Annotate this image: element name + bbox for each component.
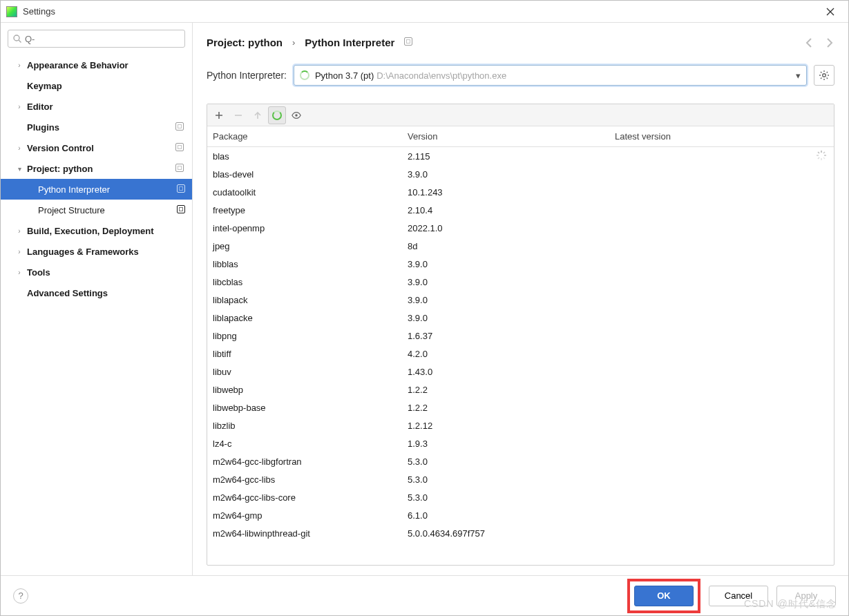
up-arrow-icon [253,110,263,120]
package-row[interactable]: m2w64-gcc-libs5.3.0 [207,470,834,488]
package-name: m2w64-gcc-libs [207,474,408,485]
sidebar-item-label: Editor [27,102,185,112]
svg-line-7 [818,152,819,153]
package-row[interactable]: liblapack3.9.0 [207,291,834,309]
package-row[interactable]: libcblas3.9.0 [207,273,834,291]
package-name: blas [207,151,408,162]
package-row[interactable]: m2w64-gcc-libgfortran5.3.0 [207,452,834,470]
svg-line-8 [823,157,825,159]
search-icon [12,34,22,44]
add-package-button[interactable] [210,106,228,124]
sidebar-item-label: Plugins [27,122,175,133]
chevron-down-icon: ▾ [12,165,27,173]
package-row[interactable]: lz4-c1.9.3 [207,434,834,452]
breadcrumb-project[interactable]: Project: python [207,37,283,48]
package-row[interactable]: jpeg8d [207,237,834,255]
package-row[interactable]: blas2.115 [207,147,834,165]
nav-forward-icon[interactable] [823,37,834,48]
interpreter-settings-button[interactable] [814,65,834,86]
sidebar-item-build-execution-deployment[interactable]: ›Build, Execution, Deployment [1,220,192,241]
package-version: 3.9.0 [408,295,615,305]
sidebar-item-plugins[interactable]: Plugins [1,117,192,137]
show-early-releases-button[interactable] [287,106,305,124]
package-row[interactable]: liblapacke3.9.0 [207,309,834,327]
package-version: 1.2.2 [408,385,615,395]
package-name: m2w64-gmp [207,510,408,521]
close-icon [826,8,834,16]
sidebar-item-label: Appearance & Behavior [27,60,185,70]
package-row[interactable]: freetype2.10.4 [207,201,834,219]
package-version: 10.1.243 [408,187,615,198]
window-close-button[interactable] [818,1,843,23]
package-row[interactable]: libwebp-base1.2.2 [207,398,834,416]
package-name: libwebp-base [207,403,408,413]
package-name: blas-devel [207,169,408,180]
ok-button[interactable]: OK [634,586,694,606]
package-row[interactable]: libwebp1.2.2 [207,381,834,398]
interpreter-path: D:\Anaconda\envs\pt\python.exe [376,70,506,81]
chevron-right-icon: › [12,269,27,276]
apply-button: Apply [776,586,836,606]
package-version: 3.9.0 [408,169,615,180]
package-name: intel-openmp [207,223,408,233]
package-version: 2.115 [408,151,615,162]
sidebar-item-languages-frameworks[interactable]: ›Languages & Frameworks [1,241,192,262]
package-name: liblapack [207,295,408,305]
column-latest[interactable]: Latest version [615,131,834,142]
package-row[interactable]: m2w64-gcc-libs-core5.3.0 [207,488,834,506]
package-version: 8d [408,241,615,251]
chevron-right-icon: › [12,103,27,110]
package-name: m2w64-gcc-libgfortran [207,456,408,467]
conda-icon [272,110,282,120]
package-version: 1.2.12 [408,421,615,431]
sidebar-item-appearance-behavior[interactable]: ›Appearance & Behavior [1,55,192,75]
package-row[interactable]: intel-openmp2022.1.0 [207,219,834,237]
package-row[interactable]: libpng1.6.37 [207,327,834,345]
svg-point-2 [295,114,298,117]
package-row[interactable]: cudatoolkit10.1.243 [207,183,834,201]
sidebar-item-project-structure[interactable]: Project Structure [1,200,192,220]
package-version: 2022.1.0 [408,223,615,233]
sidebar-item-keymap[interactable]: Keymap [1,75,192,96]
package-row[interactable]: m2w64-gmp6.1.0 [207,506,834,524]
sidebar-item-label: Keymap [27,81,185,91]
sidebar-item-python-interpreter[interactable]: Python Interpreter [1,179,192,200]
sidebar-item-project-python[interactable]: ▾Project: python [1,158,192,179]
help-button[interactable]: ? [13,588,28,604]
package-row[interactable]: libtiff4.2.0 [207,345,834,363]
nav-back-icon[interactable] [804,37,815,48]
chevron-right-icon: › [12,144,27,152]
column-version[interactable]: Version [408,131,615,142]
interpreter-select[interactable]: Python 3.7 (pt) D:\Anaconda\envs\pt\pyth… [294,65,807,86]
package-row[interactable]: m2w64-libwinpthread-git5.0.0.4634.697f75… [207,524,834,542]
svg-point-0 [14,35,19,41]
sidebar-item-tools[interactable]: ›Tools [1,262,192,282]
conda-button[interactable] [268,106,286,124]
package-row[interactable]: libblas3.9.0 [207,255,834,273]
column-package[interactable]: Package [207,131,408,142]
sidebar-item-label: Tools [27,267,185,278]
package-version: 3.9.0 [408,277,615,287]
search-field[interactable] [25,34,180,44]
package-version: 1.9.3 [408,439,615,449]
sidebar-item-version-control[interactable]: ›Version Control [1,137,192,158]
sidebar-item-label: Languages & Frameworks [27,247,185,257]
package-name: cudatoolkit [207,187,408,198]
package-name: libblas [207,259,408,269]
packages-list[interactable]: blas2.115blas-devel3.9.0cudatoolkit10.1.… [207,147,834,565]
package-row[interactable]: libuv1.43.0 [207,363,834,381]
sidebar-item-advanced-settings[interactable]: Advanced Settings [1,282,192,303]
package-name: libzlib [207,421,408,431]
sidebar-item-label: Advanced Settings [27,288,185,298]
cancel-button[interactable]: Cancel [709,586,768,606]
package-version: 5.3.0 [408,474,615,485]
sidebar-item-label: Project Structure [38,205,177,215]
svg-line-9 [823,152,825,153]
search-input[interactable] [8,30,185,48]
package-row[interactable]: blas-devel3.9.0 [207,165,834,183]
package-row[interactable]: libzlib1.2.12 [207,416,834,434]
package-name: m2w64-gcc-libs-core [207,492,408,503]
sidebar-item-editor[interactable]: ›Editor [1,96,192,117]
gear-icon [819,70,830,81]
package-version: 1.2.2 [408,403,615,413]
